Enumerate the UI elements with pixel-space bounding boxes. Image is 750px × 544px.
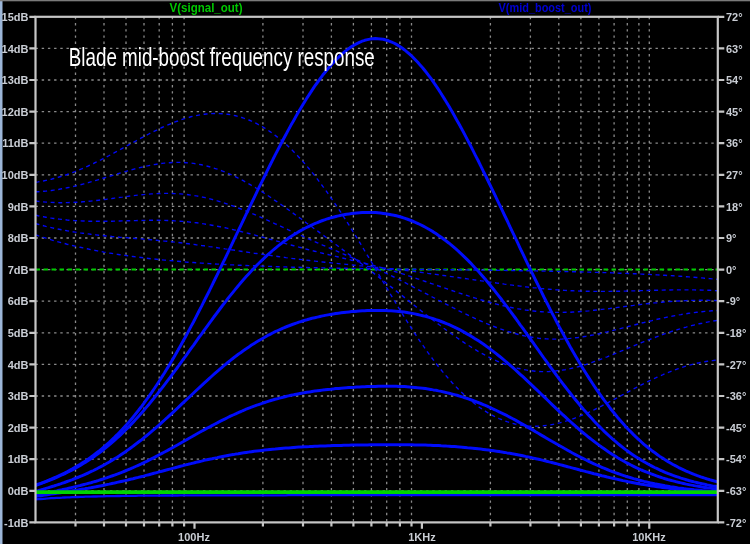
svg-text:0dB: 0dB <box>8 485 29 497</box>
svg-text:V(signal_out): V(signal_out) <box>170 0 243 15</box>
svg-text:36°: 36° <box>726 137 743 149</box>
svg-text:8dB: 8dB <box>8 232 29 244</box>
svg-text:6dB: 6dB <box>8 295 29 307</box>
svg-text:100Hz: 100Hz <box>178 531 210 543</box>
svg-text:54°: 54° <box>726 74 743 86</box>
svg-text:V(mid_boost_out): V(mid_boost_out) <box>499 0 592 15</box>
svg-text:Blade mid-boost frequency resp: Blade mid-boost frequency response <box>69 43 375 71</box>
svg-text:-27°: -27° <box>726 359 746 371</box>
svg-text:9dB: 9dB <box>8 201 29 213</box>
svg-text:5dB: 5dB <box>8 327 29 339</box>
svg-text:12dB: 12dB <box>2 106 29 118</box>
svg-text:72°: 72° <box>726 11 743 23</box>
svg-text:-18°: -18° <box>726 327 746 339</box>
svg-text:0°: 0° <box>726 264 737 276</box>
svg-text:-63°: -63° <box>726 485 746 497</box>
svg-text:14dB: 14dB <box>2 43 29 55</box>
svg-text:-45°: -45° <box>726 422 746 434</box>
svg-text:11dB: 11dB <box>2 137 28 149</box>
svg-text:1dB: 1dB <box>8 453 29 465</box>
svg-text:15dB: 15dB <box>2 11 29 23</box>
svg-text:-9°: -9° <box>726 295 740 307</box>
svg-text:13dB: 13dB <box>2 74 29 86</box>
svg-text:9°: 9° <box>726 232 737 244</box>
svg-text:18°: 18° <box>726 201 743 213</box>
svg-text:63°: 63° <box>726 43 743 55</box>
svg-text:-36°: -36° <box>726 390 746 402</box>
svg-text:1KHz: 1KHz <box>408 531 436 543</box>
svg-text:2dB: 2dB <box>8 422 29 434</box>
svg-text:10dB: 10dB <box>2 169 29 181</box>
svg-text:10KHz: 10KHz <box>632 531 666 543</box>
svg-text:27°: 27° <box>726 169 743 181</box>
svg-text:-72°: -72° <box>726 517 746 529</box>
svg-text:3dB: 3dB <box>8 390 29 402</box>
svg-text:4dB: 4dB <box>8 359 29 371</box>
svg-text:-54°: -54° <box>726 453 746 465</box>
svg-text:7dB: 7dB <box>8 264 29 276</box>
svg-text:45°: 45° <box>726 106 743 118</box>
svg-text:-1dB: -1dB <box>4 517 29 529</box>
